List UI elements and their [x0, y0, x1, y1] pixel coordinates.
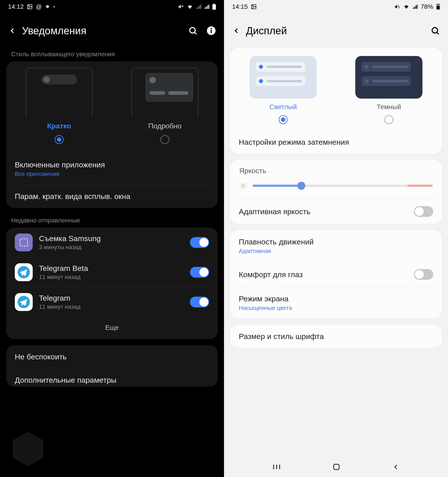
wifi-icon — [187, 4, 193, 10]
svg-line-31 — [245, 183, 246, 184]
nav-back[interactable] — [392, 463, 400, 471]
brightness-slider[interactable] — [230, 177, 442, 199]
svg-line-32 — [241, 188, 241, 188]
svg-rect-10 — [211, 30, 212, 33]
slider-thumb[interactable] — [297, 182, 305, 190]
app-row-telegram[interactable]: Telegram 11 минут назад — [6, 287, 218, 317]
svg-rect-6 — [213, 4, 215, 5]
nav-home[interactable] — [332, 463, 341, 471]
svg-point-11 — [211, 28, 212, 29]
svg-line-30 — [245, 188, 246, 188]
gear-status-icon — [45, 4, 50, 9]
signal-icon-1 — [196, 4, 201, 9]
svg-rect-21 — [437, 4, 439, 5]
brightness-card: Яркость Адаптивная яркость — [230, 160, 442, 224]
clock: 14:15 — [232, 3, 248, 10]
sun-icon — [239, 182, 247, 190]
font-title: Размер и стиль шрифта — [239, 332, 433, 341]
font-row[interactable]: Размер и стиль шрифта — [230, 325, 442, 348]
theme-dark[interactable]: Темный — [336, 56, 442, 124]
theme-light[interactable]: Светлый — [230, 56, 336, 124]
dnd-row[interactable]: Не беспокоить — [6, 345, 218, 368]
mute-icon — [178, 4, 184, 10]
adaptive-brightness-toggle[interactable] — [414, 206, 433, 217]
back-button[interactable] — [8, 26, 17, 35]
dark-mode-settings-row[interactable]: Настройки режима затемнения — [230, 131, 442, 154]
motion-row[interactable]: Плавность движений Адаптивная — [230, 230, 442, 262]
app-name: Telegram — [39, 294, 184, 303]
recent-apps-card: Съемка Samsung 3 минуты назад Telegram B… — [6, 228, 218, 339]
app-toggle-samsung[interactable] — [190, 237, 209, 248]
theme-card: Светлый Темный Настройки режима затемнен… — [230, 48, 442, 154]
header: Уведомления — [0, 13, 224, 48]
brief-preview — [25, 68, 93, 117]
brief-label: Кратко — [47, 122, 71, 130]
adaptive-title: Адаптивная яркость — [239, 207, 409, 216]
style-detail[interactable]: Подробно — [112, 68, 218, 144]
popup-style-card: Кратко Подробно Включенные приложения Вс… — [6, 61, 218, 208]
font-card: Размер и стиль шрифта — [230, 325, 442, 348]
light-radio[interactable] — [279, 115, 288, 124]
battery-percent: 78% — [421, 3, 433, 10]
notifications-screen: 14:12 @ • Уведомления — [0, 0, 224, 477]
svg-point-22 — [432, 28, 438, 33]
status-bar: 14:15 78% — [224, 0, 448, 13]
info-button[interactable] — [206, 26, 216, 36]
svg-point-1 — [29, 5, 29, 6]
slider-track[interactable] — [253, 185, 433, 187]
screenmode-title: Режим экрана — [239, 294, 433, 303]
light-preview — [249, 56, 317, 99]
app-row-telegram-beta[interactable]: Telegram Beta 11 минут назад — [6, 257, 218, 287]
screen-mode-row[interactable]: Режим экрана Насыщенные цвета — [230, 287, 442, 319]
display-screen: 14:15 78% Дисплей — [224, 0, 448, 477]
dark-label: Темный — [377, 103, 401, 111]
app-name: Съемка Samsung — [39, 234, 184, 243]
eye-comfort-row[interactable]: Комфорт для глаз — [230, 262, 442, 287]
back-button[interactable] — [232, 26, 241, 35]
nav-recents[interactable] — [272, 462, 281, 471]
app-row-samsung[interactable]: Съемка Samsung 3 минуты назад — [6, 228, 218, 257]
search-button[interactable] — [188, 26, 198, 36]
brief-radio[interactable] — [55, 135, 64, 144]
app-time: 11 минут назад — [39, 303, 184, 310]
other-card: Не беспокоить Дополнительные параметры — [6, 345, 218, 387]
svg-rect-20 — [437, 6, 440, 9]
svg-rect-12 — [20, 239, 28, 246]
app-toggle-telegram-beta[interactable] — [190, 267, 209, 278]
motion-title: Плавность движений — [239, 238, 433, 246]
watermark-icon — [9, 430, 47, 468]
advanced-title: Дополнительные параметры — [15, 376, 209, 384]
dark-radio[interactable] — [384, 115, 393, 124]
vibrate-icon — [394, 4, 400, 10]
search-button[interactable] — [430, 26, 440, 36]
brightness-label: Яркость — [230, 160, 442, 177]
svg-rect-36 — [334, 464, 339, 470]
app-time: 3 минуты назад — [39, 244, 184, 251]
svg-line-23 — [437, 32, 439, 34]
advanced-row[interactable]: Дополнительные параметры — [6, 369, 218, 387]
page-title: Уведомления — [22, 25, 183, 37]
light-label: Светлый — [270, 103, 297, 111]
detail-preview — [131, 68, 199, 117]
style-brief[interactable]: Кратко — [6, 68, 112, 144]
app-time: 11 минут назад — [39, 274, 184, 280]
status-bar: 14:12 @ • — [0, 0, 224, 13]
motion-sub: Адаптивная — [239, 248, 433, 255]
header: Дисплей — [224, 13, 448, 48]
signal-icon — [413, 4, 418, 9]
svg-point-24 — [242, 184, 245, 187]
brief-params-row[interactable]: Парам. кратк. вида всплыв. окна — [6, 185, 218, 208]
svg-point-7 — [190, 28, 195, 33]
eye-comfort-toggle[interactable] — [414, 269, 433, 280]
clock: 14:12 — [8, 3, 24, 10]
more-button[interactable]: Еще — [6, 317, 218, 339]
included-apps-row[interactable]: Включенные приложения Все приложения — [6, 153, 218, 185]
battery-icon — [212, 4, 216, 10]
adaptive-brightness-row[interactable]: Адаптивная яркость — [230, 199, 442, 224]
svg-line-18 — [398, 5, 400, 8]
detail-label: Подробно — [148, 122, 182, 130]
detail-radio[interactable] — [160, 135, 169, 144]
telegram-beta-icon — [15, 263, 33, 281]
nav-bar — [224, 457, 448, 477]
app-toggle-telegram[interactable] — [190, 297, 209, 307]
